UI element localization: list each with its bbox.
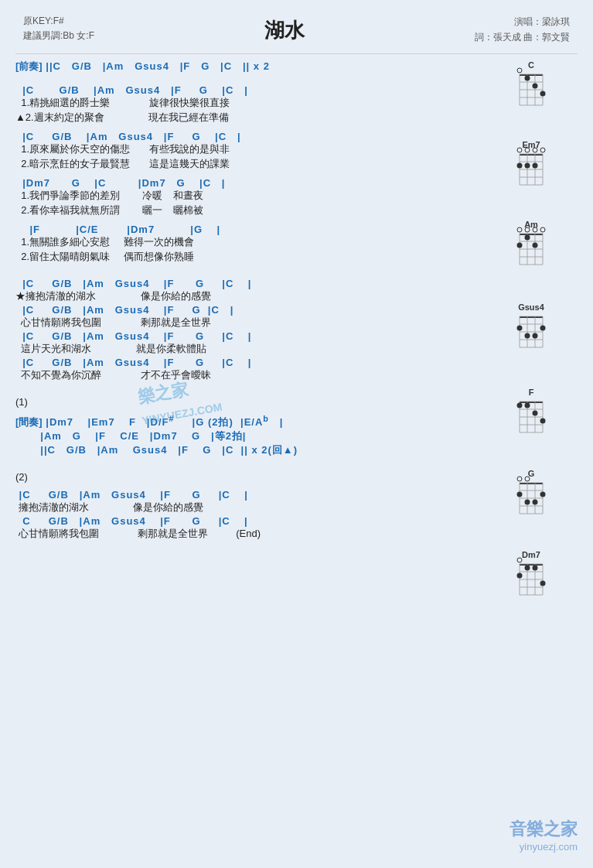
chorus2-lyric2: 心甘情願將我包圍 剩那就是全世界 (End) — [15, 527, 508, 541]
note2-section: (2) — [15, 471, 508, 483]
intro-label: [前奏] — [15, 60, 43, 72]
chord-diagrams-canvas — [516, 59, 574, 654]
verse1d-lyric1: 1.無關誰多細心安慰 難得一次的機會 — [15, 235, 508, 249]
intro-chords: ||C G/B |Am Gsus4 |F G |C || x 2 — [43, 60, 270, 72]
verse1a-chord1: |C G/B |Am Gsus4 |F G |C | — [15, 84, 508, 96]
intro-section: [前奏] ||C G/B |Am Gsus4 |F G |C || x 2 — [15, 59, 508, 73]
verse1b-lyric2: 2.暗示烹飪的女子最賢慧 這是這幾天的課業 — [15, 157, 508, 171]
watermark-footer-line1: 音樂之家 — [510, 818, 578, 841]
interlude-chord3: ||C G/B |Am Gsus4 |F G |C || x 2(回▲) — [15, 443, 508, 457]
verse1c-lyric1: 1.我們爭論季節的差別 冷暖 和晝夜 — [15, 189, 508, 203]
lyrics-section: [前奏] ||C G/B |Am Gsus4 |F G |C || x 2 |C… — [15, 59, 516, 658]
chords-sidebar — [516, 59, 578, 658]
chorus1-lyric3: 這片天光和湖水 就是你柔軟體貼 — [15, 342, 508, 356]
chorus1-lyric4: 不知不覺為你沉醉 才不在乎會曖昧 — [15, 368, 508, 382]
content-area: [前奏] ||C G/B |Am Gsus4 |F G |C || x 2 |C… — [8, 59, 585, 658]
verse1a-lyric1: 1.精挑細選的爵士樂 旋律很快樂很直接 — [15, 96, 508, 110]
verse1d-lyric2: 2.留住太陽晴朗氣味 偶而想像你熟睡 — [15, 250, 508, 264]
intro-chord-line: [前奏] ||C G/B |Am Gsus4 |F G |C || x 2 — [15, 59, 508, 73]
chorus2-chord2: C G/B |Am Gsus4 |F G |C | — [15, 515, 508, 527]
artist-name: 演唱：梁詠琪 — [475, 14, 570, 29]
note1-text: (1) — [15, 396, 508, 408]
page: 原KEY:F# 建議男調:Bb 女:F 湖水 演唱：梁詠琪 詞：張天成 曲：郭文… — [0, 0, 593, 868]
verse1b-lyric1: 1.原來屬於你天空的傷悲 有些我說的是與非 — [15, 142, 508, 156]
chorus2-section: |C G/B |Am Gsus4 |F G |C | 擁抱清澈的湖水 像是你給的… — [15, 489, 508, 541]
note1-section: (1) — [15, 396, 508, 408]
chorus1-chord3: |C G/B |Am Gsus4 |F G |C | — [15, 330, 508, 342]
interlude-line1: [間奏] |Dm7 |Em7 F |D/F# |G (2拍) |E/Ab | — [15, 414, 508, 429]
interlude-chord1: |Dm7 |Em7 F |D/F# |G (2拍) |E/Ab | — [43, 416, 284, 428]
interlude-label: [間奏] — [15, 416, 43, 428]
chorus2-chord1: |C G/B |Am Gsus4 |F G |C | — [15, 489, 508, 501]
verse1d-chord1: |F |C/E |Dm7 |G | — [15, 224, 508, 235]
chorus2-lyric1: 擁抱清澈的湖水 像是你給的感覺 — [15, 501, 508, 514]
verse1b-chord1: |C G/B |Am Gsus4 |F G |C | — [15, 131, 508, 142]
watermark-footer-line2: yinyuezj.com — [510, 841, 578, 853]
chorus1-lyric2: 心甘情願將我包圍 剩那就是全世界 — [15, 316, 508, 330]
verse1a-lyric2: ▲2.週末約定的聚會 現在我已經在準備 — [15, 111, 508, 125]
verse1c-lyric2: 2.看你幸福我就無所謂 曬一 曬棉被 — [15, 203, 508, 217]
verse1b-section: |C G/B |Am Gsus4 |F G |C | 1.原來屬於你天空的傷悲 … — [15, 131, 508, 171]
verse1c-chord1: |Dm7 G |C |Dm7 G |C | — [15, 177, 508, 189]
verse1d-section: |F |C/E |Dm7 |G | 1.無關誰多細心安慰 難得一次的機會 2.留… — [15, 224, 508, 264]
interlude-section: [間奏] |Dm7 |Em7 F |D/F# |G (2拍) |E/Ab | |… — [15, 414, 508, 457]
verse1a-section: |C G/B |Am Gsus4 |F G |C | 1.精挑細選的爵士樂 旋律… — [15, 84, 508, 125]
chorus1-section: |C G/B |Am Gsus4 |F G |C | ★擁抱清澈的湖水 像是你給… — [15, 278, 508, 382]
interlude-chord2: |Am G |F C/E |Dm7 G |等2拍| — [15, 429, 508, 443]
lyricist-composer: 詞：張天成 曲：郭文賢 — [475, 29, 570, 45]
chorus1-chord4: |C G/B |Am Gsus4 |F G |C | — [15, 357, 508, 368]
chorus1-chord2: |C G/B |Am Gsus4 |F G |C | — [15, 304, 508, 316]
original-key: 原KEY:F# — [23, 14, 94, 29]
note2-text: (2) — [15, 471, 508, 483]
chorus1-chord1: |C G/B |Am Gsus4 |F G |C | — [15, 278, 508, 289]
header: 原KEY:F# 建議男調:Bb 女:F 湖水 演唱：梁詠琪 詞：張天成 曲：郭文… — [8, 8, 585, 49]
suggested-key: 建議男調:Bb 女:F — [23, 29, 94, 43]
verse1c-section: |Dm7 G |C |Dm7 G |C | 1.我們爭論季節的差別 冷暖 和晝夜… — [15, 177, 508, 217]
artist-info: 演唱：梁詠琪 詞：張天成 曲：郭文賢 — [475, 14, 570, 46]
key-info: 原KEY:F# 建議男調:Bb 女:F — [23, 14, 94, 43]
watermark-footer: 音樂之家 yinyuezj.com — [510, 818, 578, 853]
header-divider — [15, 53, 578, 54]
chorus1-lyric1: ★擁抱清澈的湖水 像是你給的感覺 — [15, 289, 508, 303]
song-title: 湖水 — [94, 14, 475, 44]
